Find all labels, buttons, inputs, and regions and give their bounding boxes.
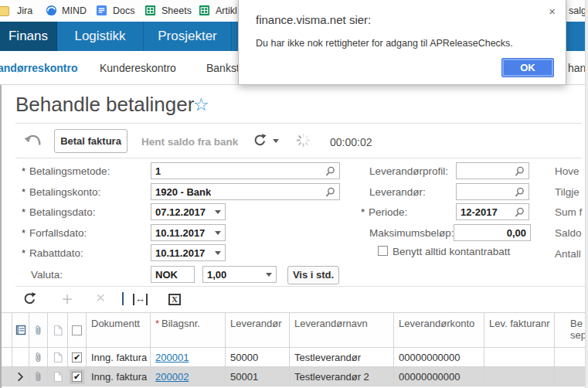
- bilagsnr-link[interactable]: 200002: [155, 371, 189, 383]
- sheets-icon: [199, 5, 210, 16]
- divider: [15, 123, 582, 124]
- cell-supplier: 50001: [226, 367, 290, 386]
- paperclip-icon[interactable]: [34, 352, 42, 363]
- search-icon[interactable]: [325, 166, 335, 176]
- betalingsmetode-input[interactable]: 1: [151, 162, 340, 179]
- col-leverandornavn[interactable]: Leverandørnavn: [290, 313, 394, 347]
- favorite-star-icon[interactable]: ☆: [193, 94, 209, 114]
- subnav-leverandorreskontro[interactable]: andørreskontro: [0, 62, 77, 74]
- chevron-down-icon[interactable]: [215, 231, 221, 235]
- valuta-label: Valuta:: [31, 269, 63, 281]
- betalingskonto-label: *Betalingskonto:: [22, 186, 100, 198]
- tilgjengelig-label: Tilgje: [555, 186, 580, 198]
- kontantrabatt-label: Benytt alltid kontantrabatt: [393, 246, 510, 257]
- bookmark-docs[interactable]: Docs: [113, 5, 134, 16]
- col-leverandor[interactable]: Leverandør: [226, 313, 290, 347]
- bilagsnr-link[interactable]: 200001: [155, 352, 189, 363]
- betalingskonto-input[interactable]: 1920 - Bank: [151, 183, 340, 200]
- valuta-currency-input[interactable]: NOK: [151, 266, 195, 283]
- row-checkbox[interactable]: ✔: [72, 372, 82, 382]
- row-checkbox[interactable]: ✔: [72, 352, 82, 362]
- document-icon[interactable]: [53, 371, 63, 383]
- row-pointer-icon: [17, 372, 24, 382]
- folder-icon: [0, 6, 9, 16]
- table-row[interactable]: ✔ Inng. faktura 200002 50001 Testleveran…: [0, 367, 588, 386]
- col-lev-fakturanr[interactable]: Lev. fakturanr: [484, 313, 555, 347]
- cell-supplier-name: Testleverandør 2: [290, 367, 394, 386]
- bookmark-sheets[interactable]: Sheets: [161, 5, 192, 16]
- refresh-icon[interactable]: [253, 134, 267, 147]
- chevron-down-icon[interactable]: [266, 273, 272, 277]
- undo-icon[interactable]: [24, 134, 42, 145]
- tab-finans[interactable]: Finans: [0, 22, 57, 51]
- col-leverandorkonto[interactable]: Leverandørkonto: [394, 313, 484, 347]
- alert-dialog: finance.visma.net sier: Du har ikke nok …: [238, 0, 566, 85]
- hent-saldo-button[interactable]: Hent saldo fra bank: [141, 136, 238, 148]
- fit-width-icon[interactable]: ↔: [133, 294, 148, 305]
- document-icon: [53, 325, 63, 336]
- leverandorprofil-input[interactable]: [456, 162, 529, 179]
- dialog-message: Du har ikke nok rettigheter for adgang t…: [256, 38, 513, 49]
- bookmark-mind[interactable]: MIND: [62, 5, 87, 16]
- search-icon[interactable]: [515, 207, 525, 217]
- export-excel-icon[interactable]: X: [168, 294, 181, 305]
- forfallsdato-label: *Forfallsdato:: [22, 227, 87, 239]
- leverandor-input[interactable]: [456, 183, 529, 200]
- tab-logistikk[interactable]: Logistikk: [57, 22, 144, 51]
- chevron-down-icon[interactable]: [215, 210, 221, 214]
- maksimumsbelop-label: Maksimumsbeløp:: [369, 227, 454, 239]
- chevron-down-icon[interactable]: [273, 139, 279, 143]
- page-title: Behandle betalinger: [15, 93, 194, 117]
- leverandor-label: Leverandør:: [369, 186, 426, 198]
- globe-icon: [46, 5, 57, 16]
- periode-input[interactable]: 12-2017: [456, 203, 529, 220]
- col-bilagsnr[interactable]: *Bilagsnr.: [151, 313, 226, 347]
- periode-label: *Periode:: [361, 206, 407, 218]
- table-row[interactable]: ✔ Inng. faktura 200001 50000 Testleveran…: [0, 348, 588, 367]
- paperclip-icon: [34, 325, 42, 336]
- add-row-icon[interactable]: +: [62, 292, 73, 306]
- cell-doc-type: Inng. faktura: [87, 348, 151, 366]
- saldo-label: Saldo: [555, 227, 582, 239]
- col-betal-separat[interactable]: Be sep: [555, 313, 588, 347]
- cell-supplier-account: 00000000000: [394, 367, 484, 386]
- delete-row-icon[interactable]: ×: [96, 291, 105, 305]
- sum-label: Sum f: [555, 206, 582, 218]
- notes-column-icon[interactable]: [15, 325, 26, 335]
- document-icon[interactable]: [53, 352, 63, 363]
- toolbar-divider: [122, 292, 124, 305]
- leverandorprofil-label: Leverandørprofil:: [369, 165, 448, 177]
- sheets-icon: [144, 5, 156, 16]
- divider: [15, 158, 582, 158]
- grid-refresh-icon[interactable]: [23, 292, 36, 305]
- chevron-down-icon[interactable]: [215, 251, 221, 255]
- search-icon[interactable]: [325, 187, 335, 197]
- maksimumsbelop-input[interactable]: 0,00: [454, 224, 531, 241]
- select-all-checkbox[interactable]: [72, 325, 82, 335]
- docs-icon: [96, 5, 107, 16]
- search-icon[interactable]: [515, 187, 525, 197]
- betalingsmetode-label: *Betalingsmetode:: [22, 165, 110, 177]
- col-doc-type[interactable]: Dokumentt: [87, 313, 151, 347]
- dialog-title: finance.visma.net sier:: [256, 13, 371, 26]
- valuta-rate-select[interactable]: 1,00: [202, 266, 277, 283]
- betalingsdato-input[interactable]: 07.12.2017: [151, 203, 226, 220]
- subnav-kundereskontro[interactable]: Kundereskontro: [100, 62, 176, 74]
- bookmark-jira[interactable]: Jira: [17, 5, 32, 16]
- bookmark-artikl[interactable]: Artikl: [216, 5, 237, 16]
- divider: [15, 286, 588, 287]
- paperclip-icon[interactable]: [34, 371, 42, 383]
- payments-grid: Dokumentt *Bilagsnr. Leverandør Leverand…: [0, 312, 588, 386]
- tab-prosjekter[interactable]: Prosjekter: [144, 22, 232, 51]
- kontantrabatt-checkbox[interactable]: [378, 246, 388, 256]
- vis-i-std-button[interactable]: Vis i std.: [287, 266, 339, 284]
- betal-faktura-button[interactable]: Betal faktura: [54, 129, 127, 153]
- search-icon[interactable]: [515, 166, 525, 176]
- rabattdato-input[interactable]: 10.11.2017: [151, 244, 226, 261]
- hovedbok-label: Hove: [555, 165, 580, 177]
- forfallsdato-input[interactable]: 10.11.2017: [151, 224, 226, 241]
- bookmark-partial[interactable]: salg: [569, 5, 586, 16]
- ok-button[interactable]: OK: [501, 58, 554, 77]
- subnav-bankstyring[interactable]: Bankst: [206, 62, 240, 74]
- close-icon[interactable]: ×: [549, 5, 556, 17]
